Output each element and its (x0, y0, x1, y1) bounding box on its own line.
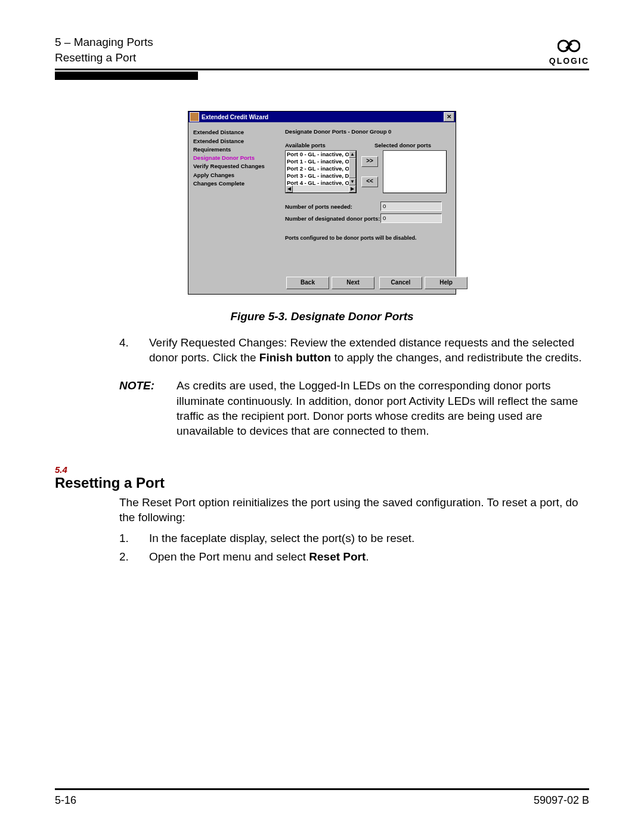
page-footer: 5-16 59097-02 B (55, 794, 589, 807)
section-intro: The Reset Port option reinitializes the … (119, 495, 589, 525)
step-4: 4. Verify Requested Changes: Review the … (119, 335, 589, 365)
text-span: to apply the changes, and redistribute t… (331, 351, 581, 364)
available-ports-listbox[interactable]: Port 0 - GL - inactive, Offline Port 1 -… (285, 150, 357, 193)
page-number: 5-16 (55, 794, 76, 807)
ports-needed-label: Number of ports needed: (285, 203, 380, 210)
scroll-up-icon[interactable]: ▲ (349, 151, 356, 158)
list-item[interactable]: Port 1 - GL - inactive, Online (286, 158, 356, 165)
qlogic-icon (558, 38, 580, 54)
help-button[interactable]: Help (425, 277, 467, 289)
list-item[interactable]: Port 2 - GL - inactive, Online (286, 165, 356, 172)
body-content: 4. Verify Requested Changes: Review the … (55, 335, 589, 438)
scroll-down-icon[interactable]: ▼ (349, 178, 356, 185)
section-title: Resetting a Port (55, 475, 589, 491)
step-4-number: 4. (119, 335, 149, 365)
wizard-body: Extended Distance Extended Distance Requ… (188, 122, 456, 273)
wizard-title-text: Extended Credit Wizard (202, 114, 444, 120)
chapter-line: 5 – Managing Ports (55, 35, 153, 50)
note-block: NOTE: As credits are used, the Logged-In… (119, 378, 589, 438)
step-extended-distance[interactable]: Extended Distance (193, 128, 278, 137)
wizard-steps: Extended Distance Extended Distance Requ… (193, 126, 278, 273)
extended-credit-wizard: Extended Credit Wizard ✕ Extended Distan… (188, 111, 456, 295)
footer-rule (55, 788, 589, 790)
wizard-main: Designate Donor Ports - Donor Group 0 Av… (285, 126, 451, 273)
close-icon[interactable]: ✕ (444, 112, 454, 122)
svg-point-0 (558, 41, 569, 51)
ports-needed-value: 0 (380, 202, 442, 211)
ports-needed-row: Number of ports needed: 0 (285, 202, 451, 211)
step-verify-changes[interactable]: Verify Requested Changes (193, 162, 278, 171)
step-apply-changes[interactable]: Apply Changes (193, 171, 278, 179)
section-line: Resetting a Port (55, 50, 153, 66)
step-ext-dist-req[interactable]: Extended Distance Requirements (193, 137, 278, 154)
list-text: In the faceplate display, select the por… (149, 531, 589, 546)
move-buttons: >> << (361, 156, 378, 187)
designated-ports-row: Number of designated donor ports: 0 (285, 213, 451, 223)
reset-port-label: Reset Port (309, 550, 366, 563)
designated-ports-label: Number of designated donor ports: (285, 215, 380, 222)
page: 5 – Managing Ports Resetting a Port QLOG… (0, 0, 644, 833)
step-changes-complete[interactable]: Changes Complete (193, 179, 278, 188)
section-number: 5.4 (55, 465, 589, 475)
selected-donor-ports-listbox[interactable] (383, 150, 447, 193)
selected-donor-ports-label: Selected donor ports (374, 142, 431, 148)
wizard-titlebar: Extended Credit Wizard ✕ (188, 112, 456, 122)
list-number: 1. (119, 531, 149, 546)
wizard-title-icon (190, 112, 199, 122)
move-right-button[interactable]: >> (361, 156, 378, 167)
cancel-button[interactable]: Cancel (379, 277, 422, 289)
wizard-main-title: Designate Donor Ports - Donor Group 0 (285, 128, 451, 135)
note-label: NOTE: (119, 378, 177, 438)
list-text: Open the Port menu and select Reset Port… (149, 549, 589, 564)
move-left-button[interactable]: << (361, 176, 378, 187)
svg-point-1 (569, 41, 580, 51)
header-tab (55, 72, 198, 80)
brand-logo: QLOGIC (549, 38, 589, 65)
horizontal-scrollbar[interactable]: ◀ ▶ (286, 185, 356, 193)
available-ports-label: Available ports (285, 142, 374, 148)
list-item[interactable]: Port 3 - GL - inactive, Diagno (286, 172, 356, 179)
text-span: Open the Port menu and select (149, 550, 309, 563)
logo-text: QLOGIC (549, 57, 589, 65)
list-number: 2. (119, 549, 149, 564)
header-rule (55, 69, 589, 70)
reset-step-1: 1. In the faceplate display, select the … (119, 531, 589, 546)
list-column-labels: Available ports Selected donor ports (285, 142, 451, 148)
designated-ports-value: 0 (380, 213, 442, 223)
finish-button-label: Finish button (259, 351, 331, 364)
list-item[interactable]: Port 0 - GL - inactive, Offline (286, 151, 356, 158)
note-text: As credits are used, the Logged-In LEDs … (177, 378, 589, 438)
step-designate-donor-ports[interactable]: Designate Donor Ports (193, 154, 278, 162)
doc-number: 59097-02 B (534, 794, 589, 807)
back-button[interactable]: Back (286, 277, 329, 289)
scroll-left-icon[interactable]: ◀ (286, 185, 293, 193)
step-4-text: Verify Requested Changes: Review the ext… (149, 335, 589, 365)
header-text: 5 – Managing Ports Resetting a Port (55, 35, 153, 65)
scroll-right-icon[interactable]: ▶ (349, 185, 356, 193)
scroll-thumb[interactable] (349, 158, 356, 178)
section-body: The Reset Port option reinitializes the … (55, 495, 589, 564)
lists-row: Port 0 - GL - inactive, Offline Port 1 -… (285, 150, 451, 193)
figure-caption: Figure 5-3. Designate Donor Ports (55, 310, 589, 323)
vertical-scrollbar[interactable]: ▲ ▼ (349, 151, 356, 185)
wizard-footer: Back Next Cancel Help (188, 273, 456, 294)
next-button[interactable]: Next (332, 277, 374, 289)
text-span: . (366, 550, 369, 563)
page-header: 5 – Managing Ports Resetting a Port QLOG… (55, 35, 589, 65)
donor-ports-note: Ports configured to be donor ports will … (285, 235, 451, 241)
reset-step-2: 2. Open the Port menu and select Reset P… (119, 549, 589, 564)
